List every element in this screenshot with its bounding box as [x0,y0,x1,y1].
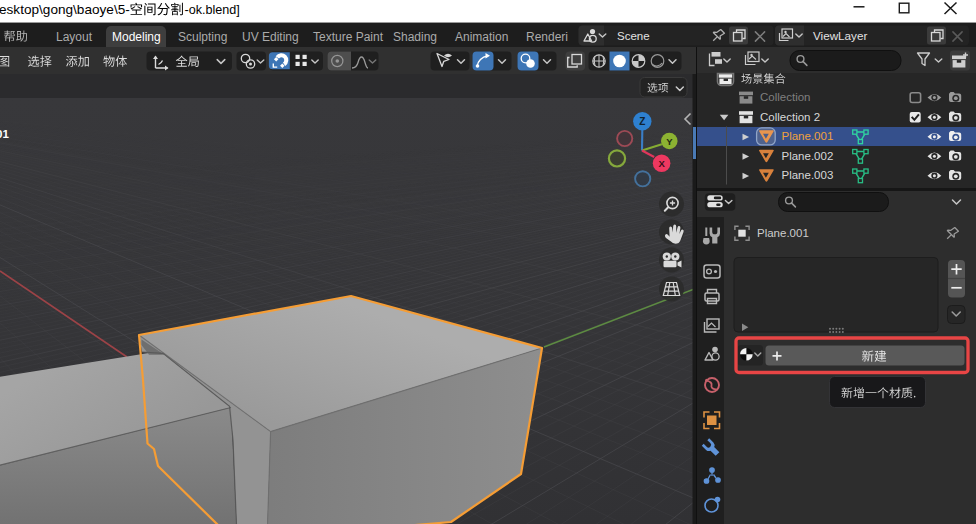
svg-text:ViewLayer: ViewLayer [813,29,867,42]
svg-text:Scene: Scene [617,30,650,42]
